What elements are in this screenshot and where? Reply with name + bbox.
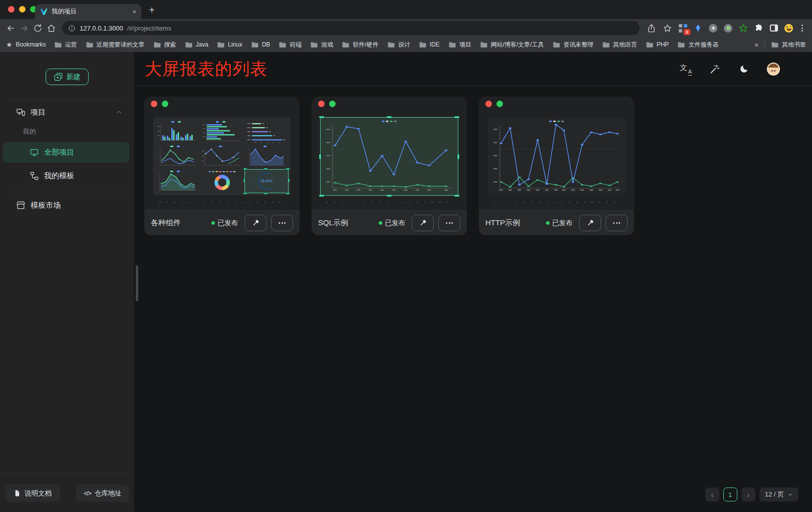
bookmark-folder[interactable]: DB [251,41,270,48]
bookmark-folder[interactable]: 网站/博客/文章/工具 [480,41,544,49]
bookmark-folder[interactable]: 前端 [279,41,302,49]
dark-mode-moon-icon[interactable] [738,63,750,75]
bookmark-folder[interactable]: 搜索 [153,41,176,49]
bookmark-folder[interactable]: 近期需要读的文章 [86,41,145,49]
extension-icon-grid-badge[interactable]: 9 [679,24,687,33]
project-thumbnail[interactable]: 25.00% [153,118,291,195]
project-card: HTTP示例 已发布 [479,97,634,235]
bookmark-folder[interactable]: 项目 [448,41,471,49]
edit-project-button[interactable] [579,215,601,231]
sidebar-item-template-market[interactable]: 模板市场 [0,195,134,215]
card-green-dot [329,101,336,107]
folder-icon [387,42,395,48]
address-bar[interactable]: 127.0.0.1:3000/#/project/items [62,21,640,35]
new-tab-button[interactable]: + [145,4,158,17]
sidebar-item-my-templates[interactable]: 我的模板 [0,166,134,186]
hammer-icon [251,219,260,227]
back-button[interactable] [4,22,18,35]
bookmark-folder[interactable]: 软件/硬件 [342,41,378,49]
repository-button[interactable]: </> 仓库地址 [76,484,129,502]
user-avatar[interactable] [767,63,780,76]
extension-icon-command[interactable] [709,24,717,33]
bookmarks-overflow-chevron[interactable]: » [754,41,758,49]
bookmark-star-icon[interactable] [663,24,672,33]
sidebar-divider [8,99,126,100]
window-controls [8,6,37,13]
folder-icon [342,42,350,48]
bookmark-folder[interactable]: IDE [419,41,440,48]
prev-page-button[interactable]: ‹ [705,487,719,501]
bookmark-folder[interactable]: 文件服务器 [677,41,718,49]
bookmark-folder[interactable]: Linux [217,41,242,48]
language-icon[interactable]: 文A [680,63,692,75]
folder-icon [310,42,318,48]
folder-icon [153,42,161,48]
scrollbar-thumb[interactable] [136,265,138,301]
mini-green-area-chart [156,170,199,193]
project-card-list: 25.00% 各种组件 已发布 [135,86,812,235]
folder-icon [419,42,427,48]
folder-icon [54,42,62,48]
extension-icon-green-star[interactable] [739,24,748,33]
bookmark-folder[interactable]: 游戏 [310,41,333,49]
more-actions-button[interactable] [271,215,293,231]
bookmark-folder[interactable]: PHP [646,41,669,48]
docs-button[interactable]: 说明文档 [5,484,60,502]
edit-project-button[interactable] [244,215,266,231]
extension-icon-record[interactable] [724,24,732,33]
close-window-button[interactable] [8,6,15,13]
page-size-select[interactable]: 12 / 页 [759,487,798,501]
more-actions-button[interactable] [438,215,460,231]
extension-icon-gem[interactable] [694,24,702,33]
card-red-dot [318,101,325,107]
extensions-puzzle-icon[interactable] [754,24,763,33]
side-panel-icon[interactable] [770,25,778,32]
more-actions-button[interactable] [606,215,628,231]
bookmark-folder[interactable]: 运营 [54,41,77,49]
mini-two-line-chart [156,145,199,168]
magic-wand-icon[interactable] [709,63,721,75]
tab-title: 我的项目 [52,8,128,16]
mini-bar-chart [156,120,199,143]
project-thumbnail[interactable] [488,118,625,195]
reload-button[interactable] [31,22,45,35]
project-thumbnail-selected[interactable] [321,118,458,195]
code-icon: </> [84,490,91,497]
bookmark-folder[interactable]: 设计 [387,41,410,49]
folder-icon [86,42,94,48]
site-info-icon[interactable] [68,25,76,32]
forward-button[interactable] [18,22,31,35]
bookmark-folder[interactable]: 其他语言 [602,41,637,49]
home-button[interactable] [45,22,58,35]
sidebar-group-label: 我的 [0,124,134,140]
edit-project-button[interactable] [412,215,434,231]
tab-close-icon[interactable]: × [132,9,136,15]
app-root: 新建 项目 我的 全部项目 我的模板 [0,52,812,512]
minimize-window-button[interactable] [19,6,26,13]
bookmarks-root[interactable]: ★ Bookmarks [6,41,46,49]
browser-menu-icon[interactable] [799,25,805,32]
card-footer: SQL示例 已发布 [312,210,467,235]
bookmark-folder[interactable]: 资讯未整理 [553,41,594,49]
chevron-up-icon[interactable] [115,109,123,116]
create-project-button[interactable]: 新建 [46,69,89,85]
url-host: 127.0.0.1:3000 [80,25,123,32]
sidebar-section-project[interactable]: 项目 [0,101,134,124]
next-page-button[interactable]: › [741,487,755,501]
mini-area-chart [245,145,288,168]
sidebar-item-all-projects[interactable]: 全部项目 [3,142,129,163]
mini-gauge-selected[interactable]: 25.00% [245,170,288,193]
status-badge: 已发布 [211,219,238,228]
mini-line-chart [200,145,243,168]
share-icon[interactable] [647,24,656,33]
other-bookmarks-folder[interactable]: 其他书签 [771,41,806,49]
mini-donut-chart [200,170,243,193]
browser-tab[interactable]: 我的项目 × [35,4,141,19]
bookmark-folder[interactable]: Java [185,41,208,48]
mini-line-rank-chart [245,120,288,143]
page-header: 大屏报表的列表 文A [135,52,812,86]
document-icon [14,489,21,497]
extension-icon-emoji[interactable] [784,24,793,33]
current-page[interactable]: 1 [723,487,737,501]
screens-icon [16,108,26,117]
